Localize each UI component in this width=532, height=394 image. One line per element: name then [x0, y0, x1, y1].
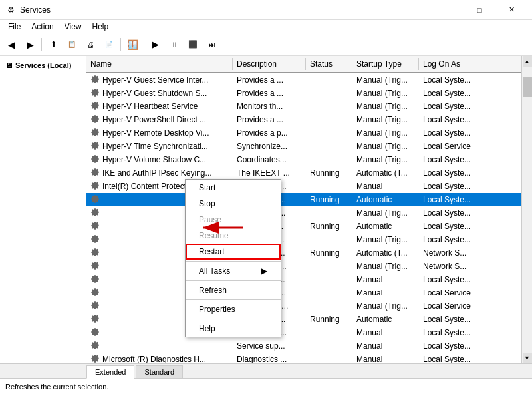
gear-icon — [90, 208, 100, 219]
service-name: Hyper-V Volume Shadow C... — [86, 154, 233, 166]
service-logon: Local Syste... — [419, 274, 485, 285]
service-desc: Coordinates... — [233, 154, 306, 165]
context-menu-item-restart[interactable]: Restart — [186, 244, 281, 260]
menu-file[interactable]: File — [3, 21, 26, 33]
service-status — [306, 279, 352, 280]
maximize-button[interactable]: □ — [464, 0, 495, 20]
menu-view[interactable]: View — [59, 21, 87, 33]
toolbar-properties[interactable]: 📄 — [100, 36, 118, 53]
close-button[interactable]: ✕ — [496, 0, 527, 20]
toolbar-restart[interactable]: ⏭ — [203, 36, 220, 53]
table-row[interactable]: Internet Pro...RunningAutomatic (T...Net… — [86, 246, 521, 260]
table-row[interactable]: Provides inf...ManualLocal Syste... — [86, 273, 521, 286]
toolbar-stop[interactable]: ⬛ — [184, 36, 201, 53]
toolbar-new-window[interactable]: 🪟 — [124, 36, 141, 53]
window-title: Services — [20, 5, 432, 15]
table-row[interactable]: Hyper-V PowerShell Direct ...Provides a … — [86, 113, 521, 126]
service-logon: Local Syste... — [419, 354, 485, 363]
vertical-scrollbar[interactable]: ▲ ▼ — [521, 56, 532, 363]
minimize-button[interactable]: — — [432, 0, 463, 20]
toolbar-up[interactable]: ⬆ — [45, 36, 62, 53]
table-row[interactable]: Service for I...RunningAutomaticLocal Sy… — [86, 193, 521, 206]
service-name: Hyper-V Guest Shutdown S... — [86, 87, 233, 100]
service-status — [306, 119, 352, 120]
menu-action[interactable]: Action — [26, 21, 59, 33]
service-name — [86, 340, 233, 353]
table-row[interactable]: Service sup...ManualLocal Syste... — [86, 339, 521, 353]
service-desc: Service sup... — [233, 341, 306, 351]
service-name: Microsoft (R) Diagnostics H... — [86, 353, 233, 364]
table-row[interactable]: Microsoft (R) Diagnostics H...Diagnostic… — [86, 353, 521, 363]
context-menu-item-all-tasks[interactable]: All Tasks▶ — [186, 263, 281, 279]
table-row[interactable]: Intel(R) Content Protection ...Intel(R) … — [86, 180, 521, 193]
table-row[interactable]: IKE and AuthIP IPsec Keying...The IKEEXT… — [86, 166, 521, 180]
context-menu-item-properties[interactable]: Properties — [186, 301, 281, 317]
toolbar-pause[interactable]: ⏸ — [166, 36, 183, 53]
service-desc: The IKEEXT ... — [233, 168, 306, 178]
sidebar-title: 🖥 Services (Local) — [5, 61, 80, 69]
menu-help[interactable]: Help — [87, 21, 114, 33]
gear-icon — [90, 327, 100, 339]
service-name: Hyper-V Time Synchronizati... — [86, 140, 233, 153]
table-row[interactable]: Hyper-V Volume Shadow C...Coordinates...… — [86, 153, 521, 166]
toolbar-sep2 — [120, 38, 121, 51]
table-row[interactable]: Hyper-V Guest Shutdown S...Provides a ..… — [86, 87, 521, 100]
table-row[interactable]: <Failed to R...ManualLocal Syste... — [86, 326, 521, 339]
gear-icon — [90, 181, 100, 192]
service-startup: Manual (Trig... — [352, 154, 419, 165]
table-row[interactable]: Configures ...Manual (Trig...Local Syste… — [86, 233, 521, 246]
context-menu-item-refresh[interactable]: Refresh — [186, 282, 281, 298]
service-status: Running — [306, 194, 352, 205]
service-logon: Local Syste... — [419, 327, 485, 338]
col-header-startup[interactable]: Startup Type — [352, 58, 419, 70]
context-menu-item-pause: Pause — [186, 212, 281, 228]
gear-icon — [90, 341, 100, 352]
scroll-thumb[interactable] — [523, 77, 532, 97]
toolbar-print[interactable]: 🖨 — [82, 36, 99, 53]
toolbar-play[interactable]: ▶ — [147, 36, 164, 53]
service-logon: Local Syste... — [419, 88, 485, 98]
service-logon: Local Syste... — [419, 101, 485, 112]
table-row[interactable]: Hyper-V Time Synchronizati...Synchronize… — [86, 140, 521, 153]
context-menu-separator — [186, 319, 281, 319]
tab-extended[interactable]: Extended — [86, 365, 134, 379]
col-header-desc[interactable]: Description — [233, 58, 306, 70]
service-name: Hyper-V Heartbeat Service — [86, 100, 233, 113]
scroll-up[interactable]: ▲ — [523, 56, 532, 67]
service-startup: Manual — [352, 288, 419, 298]
toolbar-forward[interactable]: ▶ — [21, 36, 39, 53]
gear-icon — [90, 354, 100, 364]
col-header-name[interactable]: Name — [86, 58, 233, 70]
col-header-status[interactable]: Status — [306, 58, 352, 70]
context-menu-item-start[interactable]: Start — [186, 180, 281, 196]
gear-icon — [90, 128, 100, 139]
table-row[interactable]: Hyper-V Remote Desktop Vi...Provides a p… — [86, 126, 521, 140]
service-startup: Manual (Trig... — [352, 208, 419, 218]
services-pane: Name Description Status Startup Type Log… — [86, 56, 521, 363]
service-status — [306, 239, 352, 240]
table-row[interactable]: Hyper-V Heartbeat ServiceMonitors th...M… — [86, 100, 521, 113]
table-row[interactable]: Coordinates...Manual (Trig...Network S..… — [86, 260, 521, 273]
tab-standard[interactable]: Standard — [136, 365, 183, 378]
table-row[interactable]: Provides ne...Manual (Trig...Local Syste… — [86, 206, 521, 220]
col-header-logon[interactable]: Log On As — [419, 58, 485, 70]
table-row[interactable]: Hyper-V Guest Service Inter...Provides a… — [86, 73, 521, 87]
toolbar-back[interactable]: ◀ — [3, 36, 20, 53]
table-row[interactable]: Creates a N...ManualLocal Service — [86, 286, 521, 299]
toolbar-show-hide[interactable]: 📋 — [63, 36, 80, 53]
service-desc: Provides a ... — [233, 114, 306, 125]
service-startup: Automatic — [352, 194, 419, 205]
table-row[interactable]: This service ...Manual (Trig...Local Ser… — [86, 299, 521, 313]
service-startup: Manual (Trig... — [352, 101, 419, 112]
service-startup: Manual (Trig... — [352, 234, 419, 245]
table-row[interactable]: Core Windo...RunningAutomaticLocal Syste… — [86, 313, 521, 326]
service-desc: Provides a ... — [233, 75, 306, 85]
service-status — [306, 305, 352, 307]
service-desc: Diagnostics ... — [233, 354, 306, 363]
context-menu-item-help[interactable]: Help — [186, 321, 281, 337]
table-row[interactable]: Provides tu...RunningAutomaticLocal Syst… — [86, 220, 521, 233]
service-logon: Local Syste... — [419, 234, 485, 245]
scroll-down[interactable]: ▼ — [523, 353, 532, 363]
gear-icon — [90, 248, 100, 259]
context-menu-item-stop[interactable]: Stop — [186, 196, 281, 212]
